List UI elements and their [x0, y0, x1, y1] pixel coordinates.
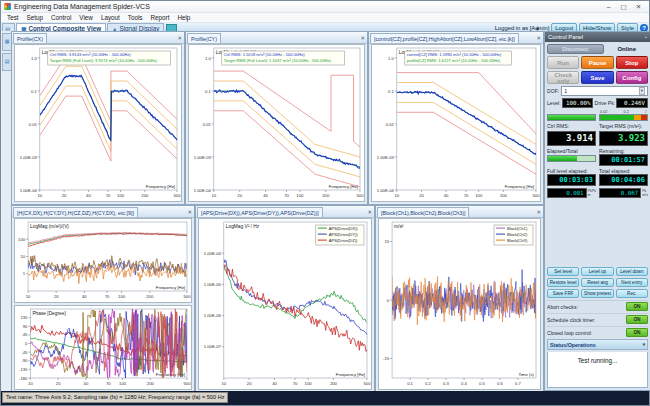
panel-header: [Block(Ch1),Block(Ch2),Block(Ch3)] ✕: [376, 206, 543, 218]
chart-frf-phase[interactable]: 1020407010020050013590450-45-90-135-180P…: [14, 305, 192, 390]
app-window: Engineering Data Management Spider-VCS –…: [0, 0, 650, 406]
close-icon[interactable]: ✕: [175, 35, 184, 41]
menu-tools[interactable]: Tools: [124, 14, 147, 21]
panel-aps-drives: [APS(Drive(DX)),APS(Drive(DY)),APS(Drive…: [195, 205, 375, 393]
check-only-button[interactable]: Check only: [547, 71, 579, 84]
chart-block-signals[interactable]: 0.10.20.30.40.50.60.7150-15m/s²Time (s)B…: [378, 218, 541, 390]
pkpk-value: 0.001: [547, 188, 587, 198]
panel-block-signals: [Block(Ch1),Block(Ch2),Block(Ch3)] ✕ 0.1…: [375, 205, 544, 393]
svg-text:70: 70: [106, 381, 111, 386]
menu-view[interactable]: View: [75, 14, 97, 21]
pin-icon[interactable]: ▪: [645, 34, 647, 40]
menu-report[interactable]: Report: [147, 14, 174, 21]
svg-text:200: 200: [500, 193, 508, 198]
svg-text:1: 1: [23, 271, 26, 276]
status-message-box: Test running...: [547, 352, 648, 388]
svg-text:-90: -90: [21, 358, 28, 363]
menu-setup[interactable]: Setup: [23, 14, 47, 21]
close-icon[interactable]: ✕: [534, 35, 543, 41]
svg-text:20: 20: [56, 381, 61, 386]
svg-text:0.2: 0.2: [425, 381, 431, 386]
svg-text:10: 10: [37, 193, 42, 198]
total-elapsed-label: Total elapsed:: [599, 168, 630, 174]
panel-tab-profile-cx[interactable]: Profile(CX): [13, 33, 47, 44]
pause-button[interactable]: Pause: [581, 56, 613, 69]
svg-text:10: 10: [221, 381, 226, 386]
svg-text:1.00E-04: 1.00E-04: [20, 188, 38, 193]
svg-text:-15: -15: [383, 356, 390, 361]
pkpk-units: PkPk m: [588, 189, 596, 197]
save-frf-button[interactable]: Save FRF: [547, 289, 579, 298]
panel-tab-aps-drives[interactable]: [APS(Drive(DX)),APS(Drive(DY)),APS(Drive…: [197, 207, 323, 218]
window-title: Engineering Data Management Spider-VCS: [14, 3, 150, 10]
maximize-icon[interactable]: ▢: [616, 2, 631, 12]
svg-text:Time (s): Time (s): [518, 372, 534, 377]
target-rms-label: Target RMS (m/s²):: [599, 123, 642, 129]
connection-status: Online: [606, 46, 649, 52]
svg-text:APS(Drive(DX)): APS(Drive(DX)): [329, 226, 359, 231]
panel-tab-profile-cy[interactable]: Profile(CY): [187, 33, 221, 44]
chart-control-cz[interactable]: 102040701002005001.00.10.011.00E-031.00E…: [371, 44, 541, 202]
menu-help[interactable]: Help: [173, 14, 194, 21]
stop-button[interactable]: Stop: [616, 56, 648, 69]
svg-text:40: 40: [86, 193, 91, 198]
svg-text:10: 10: [26, 294, 31, 299]
close-icon[interactable]: ✕: [365, 209, 374, 215]
close-icon[interactable]: ✕: [534, 209, 543, 215]
remaining-label: Remaining:: [599, 148, 625, 154]
svg-text:500: 500: [184, 294, 192, 299]
chart-profile-cx[interactable]: 102040701002005001.00.10.011.00E-031.00E…: [14, 44, 182, 202]
elapsed-total-label: Elapsed/Total: [547, 148, 578, 154]
dof-select[interactable]: 1 ▾: [561, 86, 648, 96]
svg-text:500: 500: [174, 193, 182, 198]
restore-level-button[interactable]: Restore level: [547, 278, 579, 287]
save-button[interactable]: Save: [581, 71, 613, 84]
svg-text:100: 100: [305, 381, 313, 386]
minimize-icon[interactable]: –: [601, 2, 616, 12]
level-up-button[interactable]: Level up: [581, 267, 613, 276]
disconnect-button[interactable]: Disconnect: [547, 44, 604, 54]
drive-meter: [599, 114, 648, 121]
menu-layout[interactable]: Layout: [97, 14, 124, 21]
chart-frf-magnitude[interactable]: 10204070100200500100101LogMag (m/s²)/(V)…: [14, 218, 192, 303]
svg-text:1.00E-04: 1.00E-04: [204, 251, 222, 256]
svg-text:0.01: 0.01: [386, 122, 395, 127]
drive-pk-label: Drive Pk:: [594, 100, 615, 106]
app-icon: [4, 3, 11, 10]
closed-loop-control-label: Closed loop control:: [547, 330, 592, 336]
dock-b-icon: ▤: [5, 58, 10, 64]
reset-avg-button[interactable]: Reset avg: [581, 278, 613, 287]
close-icon[interactable]: ✕: [358, 35, 367, 41]
svg-text:40: 40: [272, 381, 277, 386]
title-bar: Engineering Data Management Spider-VCS –…: [1, 1, 649, 13]
schedule-clock-timer-toggle[interactable]: ON: [626, 315, 648, 324]
svg-text:control[CZ] RMS: 1.5990 m/s² (: control[CZ] RMS: 1.5990 m/s² (10.00Hz - …: [407, 52, 502, 57]
svg-text:Block(Ch1): Block(Ch1): [507, 226, 528, 231]
panel-tab-frf[interactable]: [H(CX,DX),H(CY,DY),H(CZ,DZ),H(CY,DX), et…: [13, 207, 138, 218]
dof-value: 1: [564, 88, 567, 94]
svg-text:40: 40: [82, 294, 87, 299]
status-operations-header[interactable]: Status/Operations ▾: [547, 339, 648, 350]
menu-control[interactable]: Control: [47, 14, 75, 21]
panel-tab-control-cz[interactable]: [control[CZ],profile[CZ],HighAbort[CZ],L…: [370, 33, 519, 44]
closed-loop-control-toggle[interactable]: ON: [626, 328, 648, 337]
svg-text:Frequency [Hz]: Frequency [Hz]: [336, 372, 365, 377]
svg-text:0.7: 0.7: [515, 381, 521, 386]
close-icon[interactable]: ✕: [185, 209, 194, 215]
set-level-button[interactable]: Set level: [547, 267, 579, 276]
rec-button[interactable]: Rec.: [616, 289, 648, 298]
panel-tab-block-signals[interactable]: [Block(Ch1),Block(Ch2),Block(Ch3)]: [377, 207, 469, 218]
chart-aps-drives[interactable]: 102040701002005001.00E-041.00E-051.00E-0…: [198, 218, 372, 390]
chart-profile-cy[interactable]: 102040701002005001.00.10.011.00E-031.00E…: [188, 44, 365, 202]
show-pretest-button[interactable]: Show pretest: [581, 289, 613, 298]
next-entry-button[interactable]: Next entry: [616, 278, 648, 287]
menu-bar: Test Setup Control View Layout Tools Rep…: [1, 13, 649, 23]
close-icon[interactable]: ✕: [631, 2, 646, 12]
config-button[interactable]: Config: [616, 71, 648, 84]
level-down-button[interactable]: Level down: [616, 267, 648, 276]
svg-text:10: 10: [28, 381, 33, 386]
menu-test[interactable]: Test: [3, 14, 23, 21]
svg-text:Block(Ch3): Block(Ch3): [507, 238, 528, 243]
run-button[interactable]: Run: [547, 56, 579, 69]
abort-checks-toggle[interactable]: ON: [626, 302, 648, 311]
